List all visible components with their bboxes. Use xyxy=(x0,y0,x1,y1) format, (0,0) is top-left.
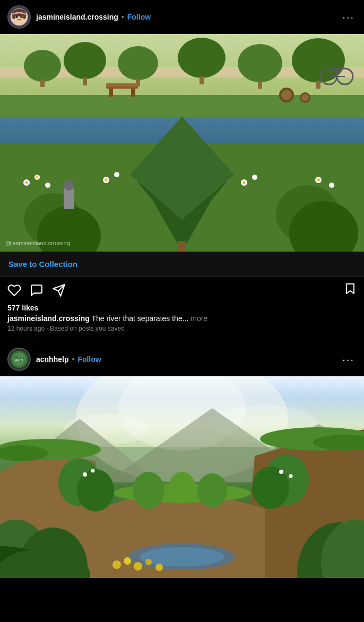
svg-point-101 xyxy=(124,557,131,565)
svg-point-31 xyxy=(301,94,309,101)
svg-point-96 xyxy=(252,466,289,509)
caption-text: The river that separates the... xyxy=(91,314,188,323)
svg-point-104 xyxy=(155,564,163,571)
svg-point-94 xyxy=(77,469,114,512)
svg-point-36 xyxy=(114,172,119,177)
svg-point-107 xyxy=(83,472,87,477)
svg-point-110 xyxy=(289,474,293,478)
post-1-image: @jasmineisland.crossing xyxy=(0,34,364,252)
avatar-2[interactable]: ACN xyxy=(7,348,31,371)
svg-point-108 xyxy=(91,469,95,473)
svg-point-87 xyxy=(140,547,224,566)
svg-point-55 xyxy=(317,178,320,182)
post-2-header: ACN acnhhelp • Follow ··· xyxy=(0,342,364,376)
more-button-1[interactable]: ··· xyxy=(340,11,357,23)
caption-username[interactable]: jasmineisland.crossing xyxy=(7,314,90,323)
scene-svg xyxy=(0,34,364,252)
svg-point-12 xyxy=(24,50,61,82)
svg-point-97 xyxy=(133,472,164,509)
svg-rect-27 xyxy=(106,83,138,87)
post-1-meta: 577 likes jasmineisland.crossing The riv… xyxy=(0,304,364,342)
svg-point-52 xyxy=(36,176,39,179)
svg-point-98 xyxy=(197,473,227,507)
scene-1: @jasmineisland.crossing xyxy=(0,34,364,252)
post-1-username[interactable]: jasmineisland.crossing xyxy=(36,13,118,21)
svg-point-53 xyxy=(105,178,108,182)
svg-point-18 xyxy=(178,38,226,78)
post-2-username[interactable]: acnhhelp xyxy=(36,355,68,364)
likes-count[interactable]: 577 likes xyxy=(7,304,357,312)
follow-button-2[interactable]: Follow xyxy=(77,355,101,364)
svg-rect-26 xyxy=(131,89,135,97)
follow-button-1[interactable]: Follow xyxy=(127,13,151,21)
heart-icon xyxy=(7,283,21,297)
svg-rect-10 xyxy=(12,11,15,19)
svg-rect-15 xyxy=(83,77,87,85)
scene-2 xyxy=(0,376,364,578)
svg-point-109 xyxy=(279,470,283,474)
post-2-header-info: acnhhelp • Follow xyxy=(36,355,340,364)
svg-point-40 xyxy=(329,183,334,188)
post-2: ACN acnhhelp • Follow ··· xyxy=(0,342,364,578)
svg-rect-25 xyxy=(109,89,113,97)
dot-separator-1: • xyxy=(122,13,124,21)
svg-point-102 xyxy=(134,562,142,571)
svg-point-51 xyxy=(25,181,28,184)
save-collection-button[interactable]: Save to Collection xyxy=(8,260,77,269)
like-button[interactable] xyxy=(7,283,21,297)
share-button[interactable] xyxy=(52,283,66,297)
svg-rect-23 xyxy=(316,81,320,89)
avatar-2-image: ACN xyxy=(8,348,30,371)
svg-point-100 xyxy=(112,560,121,569)
svg-rect-11 xyxy=(23,11,25,19)
svg-marker-63 xyxy=(346,284,354,293)
svg-point-50 xyxy=(64,180,74,191)
svg-rect-49 xyxy=(64,188,74,209)
svg-point-16 xyxy=(118,46,158,80)
svg-point-38 xyxy=(252,175,257,180)
post-1-header-info: jasmineisland.crossing • Follow xyxy=(36,13,340,21)
avatar-image xyxy=(8,5,30,29)
svg-point-29 xyxy=(281,90,292,100)
watermark: @jasmineisland.crossing xyxy=(5,240,70,246)
caption: jasmineisland.crossing The river that se… xyxy=(7,314,357,323)
svg-point-54 xyxy=(242,181,246,184)
caption-more[interactable]: more xyxy=(190,314,207,323)
bookmark-icon xyxy=(344,282,357,295)
svg-text:ACN: ACN xyxy=(15,358,23,362)
post-1: jasmineisland.crossing • Follow ··· xyxy=(0,0,364,342)
svg-rect-44 xyxy=(178,241,186,252)
action-bar-1 xyxy=(0,277,364,304)
bookmark-button[interactable] xyxy=(344,282,357,298)
post-1-header: jasmineisland.crossing • Follow ··· xyxy=(0,0,364,34)
scene-2-svg xyxy=(0,376,364,578)
post-2-image xyxy=(0,376,364,578)
dot-separator-2: • xyxy=(72,355,74,364)
svg-point-99 xyxy=(169,472,195,504)
svg-point-103 xyxy=(145,559,152,565)
svg-point-34 xyxy=(45,183,50,188)
comment-icon xyxy=(30,283,44,297)
svg-rect-19 xyxy=(200,76,204,84)
avatar[interactable] xyxy=(7,5,31,29)
svg-point-14 xyxy=(64,42,106,79)
svg-marker-43 xyxy=(130,116,234,220)
svg-rect-21 xyxy=(258,81,262,89)
comment-button[interactable] xyxy=(30,283,44,297)
save-collection-bar: Save to Collection xyxy=(0,252,364,277)
more-button-2[interactable]: ··· xyxy=(340,353,357,366)
share-icon xyxy=(52,283,66,297)
timestamp: 12 hours ago · Based on posts you saved xyxy=(7,325,357,332)
svg-point-20 xyxy=(238,44,282,82)
svg-rect-13 xyxy=(40,79,45,87)
